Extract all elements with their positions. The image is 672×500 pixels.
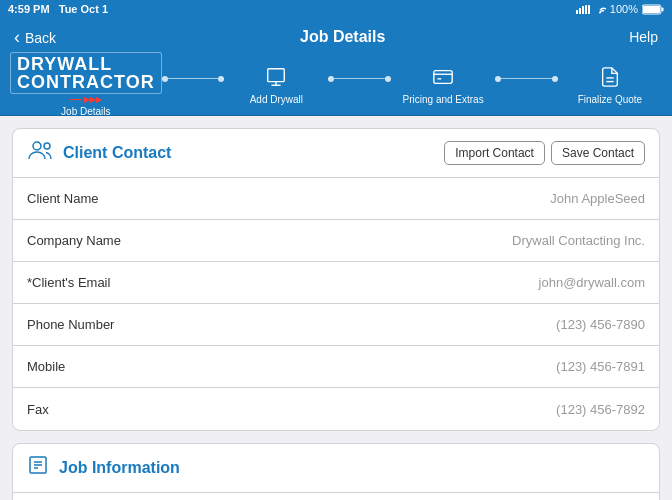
email-row: *Client's Email john@drywall.com — [13, 262, 659, 304]
battery-label: 100% — [610, 3, 638, 15]
wizard-step-finalize[interactable]: Finalize Quote — [558, 66, 662, 105]
job-info-title: Job Information — [59, 459, 645, 477]
back-button[interactable]: Back — [14, 27, 56, 48]
import-contact-button[interactable]: Import Contact — [444, 141, 545, 165]
wizard-label-finalize: Finalize Quote — [578, 94, 642, 105]
wizard-label-job-details: Job Details — [61, 106, 110, 117]
job-site-address-row: *Job Site Address 1234 Fifth Ave. — [13, 493, 659, 500]
svg-point-18 — [44, 143, 50, 149]
client-name-row: Client Name John AppleSeed — [13, 178, 659, 220]
wizard-step-add-drywall[interactable]: Add Drywall — [224, 66, 328, 105]
fax-row: Fax (123) 456-7892 — [13, 388, 659, 430]
wizard-connector-3 — [495, 76, 558, 96]
svg-rect-4 — [588, 5, 590, 14]
client-contact-title: Client Contact — [63, 144, 434, 162]
company-name-row: Company Name Drywall Contacting Inc. — [13, 220, 659, 262]
svg-rect-3 — [585, 5, 587, 14]
svg-point-5 — [599, 11, 601, 13]
client-contact-buttons: Import Contact Save Contact — [444, 141, 645, 165]
logo-text-wall: CONTRACTOR — [17, 73, 155, 91]
status-bar: 4:59 PM Tue Oct 1 100% — [0, 0, 672, 18]
mobile-value[interactable]: (123) 456-7891 — [207, 359, 645, 374]
svg-rect-8 — [662, 7, 664, 11]
fax-label: Fax — [27, 402, 207, 417]
svg-rect-0 — [576, 10, 578, 14]
job-info-header: Job Information — [13, 444, 659, 493]
client-name-label: Client Name — [27, 191, 207, 206]
mobile-row: Mobile (123) 456-7891 — [13, 346, 659, 388]
fax-value[interactable]: (123) 456-7892 — [207, 402, 645, 417]
add-drywall-icon — [265, 66, 287, 91]
phone-label: Phone Number — [27, 317, 207, 332]
svg-rect-9 — [268, 69, 285, 82]
company-name-label: Company Name — [27, 233, 207, 248]
client-contact-icon — [27, 139, 53, 167]
main-content: Client Contact Import Contact Save Conta… — [0, 116, 672, 500]
status-time: 4:59 PM Tue Oct 1 — [8, 3, 108, 15]
page-title: Job Details — [300, 28, 385, 46]
svg-point-17 — [33, 142, 41, 150]
client-name-value[interactable]: John AppleSeed — [207, 191, 645, 206]
job-info-card: Job Information *Job Site Address 1234 F… — [12, 443, 660, 500]
wizard-connector-1 — [162, 76, 225, 96]
phone-row: Phone Number (123) 456-7890 — [13, 304, 659, 346]
logo-text-dry: DRYWALL — [17, 55, 112, 73]
wizard-label-add-drywall: Add Drywall — [250, 94, 303, 105]
finalize-icon — [599, 66, 621, 91]
wizard-connector-2 — [328, 76, 391, 96]
svg-rect-12 — [434, 71, 452, 84]
battery-icon — [642, 4, 664, 15]
pricing-icon — [432, 66, 454, 91]
job-info-icon — [27, 454, 49, 482]
phone-value[interactable]: (123) 456-7890 — [207, 317, 645, 332]
company-name-value[interactable]: Drywall Contacting Inc. — [207, 233, 645, 248]
email-label: *Client's Email — [27, 275, 207, 290]
app-logo: DRYWALL CONTRACTOR ▶▶▶ Job Details — [10, 52, 162, 119]
status-right: 100% — [576, 3, 664, 15]
wizard-bar: DRYWALL CONTRACTOR ▶▶▶ Job Details Add D… — [0, 56, 672, 116]
nav-bar: Back Job Details Help — [0, 18, 672, 56]
signal-icon — [576, 5, 590, 14]
svg-rect-1 — [579, 8, 581, 14]
svg-rect-7 — [643, 6, 660, 13]
wifi-icon — [594, 5, 606, 14]
help-button[interactable]: Help — [629, 29, 658, 45]
mobile-label: Mobile — [27, 359, 207, 374]
client-contact-header: Client Contact Import Contact Save Conta… — [13, 129, 659, 178]
client-contact-card: Client Contact Import Contact Save Conta… — [12, 128, 660, 431]
svg-rect-2 — [582, 6, 584, 14]
email-value[interactable]: john@drywall.com — [207, 275, 645, 290]
wizard-label-pricing: Pricing and Extras — [403, 94, 484, 105]
save-contact-button[interactable]: Save Contact — [551, 141, 645, 165]
wizard-step-pricing[interactable]: Pricing and Extras — [391, 66, 495, 105]
